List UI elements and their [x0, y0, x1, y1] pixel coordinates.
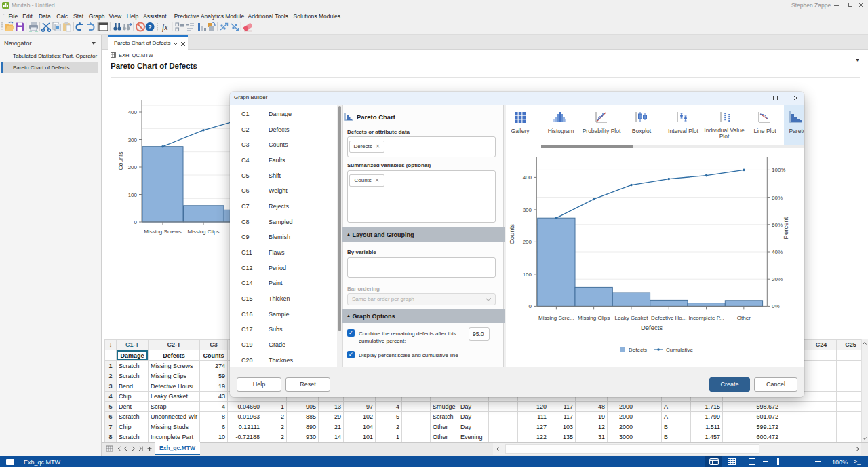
svg-text:0%: 0% — [772, 303, 780, 310]
svg-text:Counts: Counts — [117, 152, 124, 170]
svg-text:400: 400 — [523, 174, 532, 181]
svg-text:100: 100 — [523, 272, 532, 278]
svg-text:0: 0 — [529, 303, 532, 310]
svg-text:400: 400 — [128, 109, 138, 115]
svg-text:Missing Scre...: Missing Scre... — [538, 315, 574, 321]
svg-text:Leaky Gasket: Leaky Gasket — [614, 315, 648, 321]
svg-text:300: 300 — [128, 137, 138, 143]
svg-text:Cumulative: Cumulative — [666, 347, 694, 353]
svg-text:Missing Clips: Missing Clips — [187, 229, 219, 235]
svg-text:Defects: Defects — [641, 324, 663, 331]
svg-text:0: 0 — [134, 219, 138, 225]
svg-text:Defective Ho...: Defective Ho... — [651, 315, 686, 321]
svg-text:100%: 100% — [772, 167, 785, 173]
svg-text:60%: 60% — [772, 222, 783, 228]
svg-text:Percent: Percent — [782, 217, 789, 239]
svg-text:Incomplete P...: Incomplete P... — [688, 315, 724, 321]
svg-text:20%: 20% — [772, 276, 783, 282]
svg-text:100: 100 — [128, 192, 138, 198]
svg-text:40%: 40% — [772, 249, 783, 255]
svg-text:fx: fx — [162, 22, 168, 32]
svg-text:80%: 80% — [772, 195, 783, 201]
svg-text:Counts: Counts — [508, 224, 515, 244]
svg-text:300: 300 — [523, 207, 532, 213]
svg-text:200: 200 — [523, 239, 532, 245]
svg-text:?: ? — [148, 23, 152, 31]
svg-text:Defects: Defects — [629, 347, 647, 353]
svg-text:Missing Screws: Missing Screws — [144, 229, 182, 235]
svg-text:Missing Clips: Missing Clips — [578, 315, 610, 321]
svg-text:Other: Other — [737, 315, 751, 321]
svg-text:200: 200 — [128, 164, 138, 170]
